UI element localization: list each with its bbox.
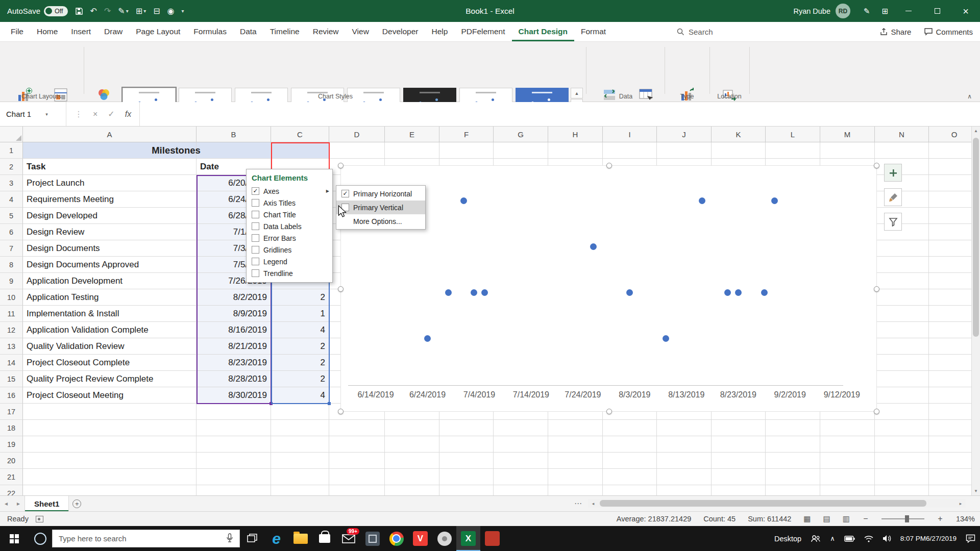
- cell[interactable]: [197, 420, 271, 436]
- cell[interactable]: [23, 420, 197, 436]
- taskbar-app-chrome[interactable]: [384, 526, 408, 551]
- checkbox[interactable]: [252, 246, 259, 254]
- cell-A10[interactable]: Application Testing: [23, 289, 197, 306]
- tell-me-search[interactable]: Search: [677, 22, 713, 42]
- ribbon-tab-draw[interactable]: Draw: [97, 22, 129, 41]
- column-header-M[interactable]: M: [820, 127, 875, 142]
- row-header-18[interactable]: 18: [0, 420, 23, 436]
- cell[interactable]: [875, 306, 929, 322]
- checkbox[interactable]: [252, 222, 259, 230]
- zoom-slider[interactable]: [881, 518, 924, 519]
- ribbon-tab-page-layout[interactable]: Page Layout: [129, 22, 187, 41]
- save-button[interactable]: [75, 7, 83, 15]
- cell[interactable]: [439, 453, 494, 469]
- cell[interactable]: [929, 338, 971, 355]
- cell[interactable]: [329, 485, 385, 495]
- ribbon-tab-developer[interactable]: Developer: [376, 22, 425, 41]
- start-button[interactable]: [0, 526, 29, 551]
- insert-function-button[interactable]: fx: [125, 110, 131, 119]
- cell[interactable]: [23, 469, 197, 485]
- microphone-icon[interactable]: [226, 533, 233, 544]
- cell[interactable]: [494, 436, 548, 453]
- chart-elements-item-legend[interactable]: Legend: [247, 256, 332, 267]
- row-header-12[interactable]: 12: [0, 322, 23, 338]
- cell[interactable]: [875, 469, 929, 485]
- cell[interactable]: [548, 453, 603, 469]
- cell[interactable]: [712, 420, 766, 436]
- desktop-toolbar-label[interactable]: Desktop: [770, 526, 806, 551]
- cell[interactable]: [548, 469, 603, 485]
- cell-B15[interactable]: 8/28/2019: [197, 371, 271, 387]
- minimize-button[interactable]: [894, 0, 923, 22]
- ribbon-tab-help[interactable]: Help: [425, 22, 455, 41]
- cell-B16[interactable]: 8/30/2019: [197, 387, 271, 404]
- column-header-J[interactable]: J: [657, 127, 712, 142]
- ribbon-tab-format[interactable]: Format: [574, 22, 612, 41]
- ribbon-tab-insert[interactable]: Insert: [64, 22, 97, 41]
- zoom-level[interactable]: 134%: [956, 515, 975, 523]
- row-header-6[interactable]: 6: [0, 224, 23, 240]
- network-icon[interactable]: [860, 526, 878, 551]
- checkbox[interactable]: [252, 199, 259, 207]
- ink-pen-button[interactable]: ✎▾: [118, 6, 128, 16]
- volume-icon[interactable]: [878, 526, 896, 551]
- taskbar-search-box[interactable]: Type here to search: [52, 530, 240, 547]
- cell[interactable]: [657, 436, 712, 453]
- cell[interactable]: [271, 469, 329, 485]
- cell[interactable]: [197, 485, 271, 495]
- cell[interactable]: [766, 420, 820, 436]
- cell[interactable]: [23, 436, 197, 453]
- cell[interactable]: [494, 420, 548, 436]
- cell[interactable]: [712, 485, 766, 495]
- comments-button[interactable]: Comments: [924, 28, 973, 36]
- cell-A5[interactable]: Design Developed: [23, 208, 197, 224]
- people-icon[interactable]: [806, 526, 825, 551]
- row-header-15[interactable]: 15: [0, 371, 23, 387]
- cell[interactable]: [820, 142, 875, 159]
- cell[interactable]: [929, 257, 971, 273]
- chart-elements-button[interactable]: [884, 164, 902, 182]
- data-point[interactable]: [626, 289, 633, 296]
- cell[interactable]: [494, 469, 548, 485]
- cell[interactable]: [385, 436, 439, 453]
- cell[interactable]: [766, 485, 820, 495]
- taskbar-app-excel[interactable]: X: [456, 526, 480, 551]
- cell[interactable]: [875, 224, 929, 240]
- cell[interactable]: [875, 289, 929, 306]
- checkbox[interactable]: [252, 269, 259, 277]
- row-header-8[interactable]: 8: [0, 257, 23, 273]
- new-sheet-button[interactable]: +: [69, 496, 85, 511]
- data-point[interactable]: [724, 289, 731, 296]
- cell[interactable]: [271, 404, 329, 420]
- vertical-scrollbar[interactable]: ▲ ▼: [971, 127, 980, 495]
- cell-A12[interactable]: Application Validation Complete: [23, 322, 197, 338]
- cell[interactable]: [875, 257, 929, 273]
- close-button[interactable]: ×: [951, 0, 980, 22]
- cell[interactable]: [875, 338, 929, 355]
- page-break-view-button[interactable]: ▥: [843, 514, 850, 523]
- chart-elements-item-trendline[interactable]: Trendline: [247, 267, 332, 279]
- scroll-right-icon[interactable]: ▸: [955, 499, 966, 508]
- data-point[interactable]: [445, 289, 452, 296]
- cell[interactable]: [929, 240, 971, 257]
- row-header-17[interactable]: 17: [0, 404, 23, 420]
- cell[interactable]: [820, 420, 875, 436]
- column-header-E[interactable]: E: [385, 127, 439, 142]
- row-header-11[interactable]: 11: [0, 306, 23, 322]
- taskbar-app-app-generic-2[interactable]: [432, 526, 456, 551]
- ribbon-tab-home[interactable]: Home: [30, 22, 64, 41]
- cell[interactable]: [929, 453, 971, 469]
- cell[interactable]: [820, 453, 875, 469]
- row-header-4[interactable]: 4: [0, 191, 23, 208]
- chart-resize-handle[interactable]: [338, 409, 344, 414]
- cell[interactable]: [929, 208, 971, 224]
- scroll-down-icon[interactable]: ▼: [972, 487, 980, 495]
- row-header-7[interactable]: 7: [0, 240, 23, 257]
- cell[interactable]: [329, 436, 385, 453]
- cell-A3[interactable]: Project Launch: [23, 175, 197, 191]
- cell[interactable]: [657, 485, 712, 495]
- gallery-up-button[interactable]: ▲: [571, 88, 583, 98]
- cell[interactable]: [197, 436, 271, 453]
- cell[interactable]: [271, 436, 329, 453]
- cell[interactable]: [875, 273, 929, 289]
